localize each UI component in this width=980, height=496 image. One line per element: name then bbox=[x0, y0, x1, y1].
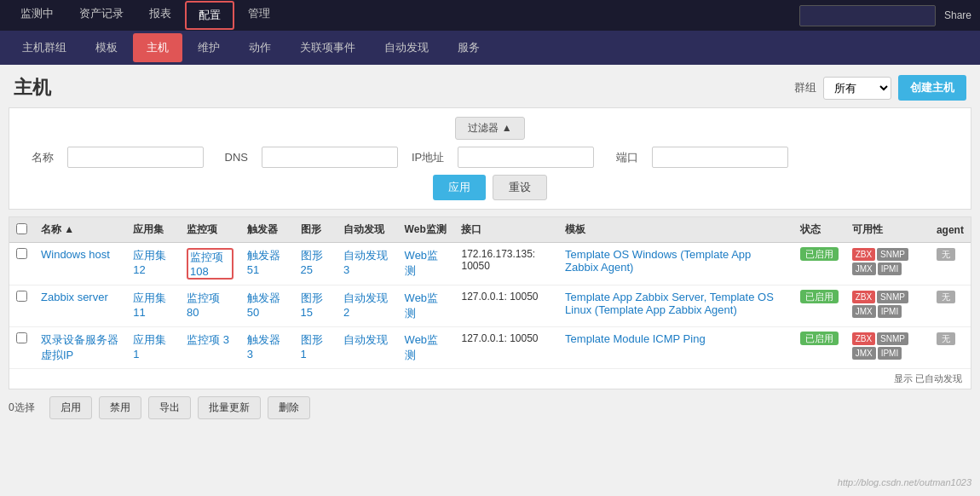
filter-port-label: 端口 bbox=[608, 150, 638, 165]
col-header-7: Web监测 bbox=[398, 217, 455, 243]
jmx-tag-0[interactable]: JMX bbox=[852, 262, 876, 275]
app-set-link-1[interactable]: 应用集 11 bbox=[133, 291, 166, 319]
group-label: 群组 bbox=[794, 80, 816, 95]
agent-status-0: 无 bbox=[937, 248, 955, 261]
sec-nav-item-2[interactable]: 主机 bbox=[133, 33, 182, 62]
col-header-3: 监控项 bbox=[180, 217, 240, 243]
trigger-link-0[interactable]: 触发器 51 bbox=[247, 249, 280, 276]
graph-link-0[interactable]: 图形 25 bbox=[301, 249, 323, 276]
top-nav-item-3[interactable]: 配置 bbox=[185, 1, 234, 30]
bottom-actions: 0选择 启用禁用导出批量更新删除 bbox=[0, 389, 980, 426]
filter-name-input[interactable] bbox=[67, 147, 204, 168]
ipmi-tag-0[interactable]: IPMI bbox=[878, 262, 902, 275]
top-nav-item-0[interactable]: 监测中 bbox=[9, 1, 66, 30]
top-nav-item-1[interactable]: 资产记录 bbox=[67, 1, 135, 30]
table-row: 双录设备服务器虚拟IP应用集 1监控项 3触发器 3图形 1自动发现Web监测1… bbox=[9, 327, 971, 369]
agent-status-2: 无 bbox=[937, 332, 955, 345]
group-select[interactable]: 所有 bbox=[823, 77, 891, 100]
auto-discover-link-1[interactable]: 自动发现 2 bbox=[343, 291, 388, 319]
filter-apply-button[interactable]: 应用 bbox=[433, 175, 486, 200]
col-header-8: 接口 bbox=[454, 217, 558, 243]
trigger-link-2[interactable]: 触发器 3 bbox=[247, 333, 280, 360]
web-monitor-link-1[interactable]: Web监测 bbox=[405, 291, 439, 320]
snmp-tag-1[interactable]: SNMP bbox=[877, 291, 908, 303]
selected-count: 0选择 bbox=[9, 401, 43, 415]
filter-dns-input[interactable] bbox=[262, 147, 398, 168]
col-header-9: 模板 bbox=[558, 217, 793, 243]
top-search-input[interactable] bbox=[799, 5, 936, 26]
sec-nav-item-6[interactable]: 自动发现 bbox=[371, 33, 442, 62]
sec-nav-item-3[interactable]: 维护 bbox=[184, 33, 233, 62]
filter-toggle-button[interactable]: 过滤器 ▲ bbox=[455, 117, 524, 140]
interface-cell-0: 172.16.173.135: 10050 bbox=[454, 243, 558, 285]
bottom-info: 显示 已自动发现 bbox=[9, 369, 971, 389]
action-btn-0[interactable]: 启用 bbox=[49, 396, 92, 419]
interface-cell-1: 127.0.0.1: 10050 bbox=[454, 285, 558, 327]
snmp-tag-2[interactable]: SNMP bbox=[877, 332, 908, 345]
jmx-tag-2[interactable]: JMX bbox=[852, 347, 876, 360]
row-checkbox-0[interactable] bbox=[16, 248, 27, 259]
sec-nav-item-7[interactable]: 服务 bbox=[444, 33, 493, 62]
table-body: Windows host应用集 12监控项 108触发器 51图形 25自动发现… bbox=[9, 243, 971, 369]
action-btn-4[interactable]: 删除 bbox=[268, 396, 310, 419]
host-link-2[interactable]: 双录设备服务器虚拟IP bbox=[41, 333, 118, 361]
sec-nav-item-4[interactable]: 动作 bbox=[235, 33, 285, 62]
create-host-button[interactable]: 创建主机 bbox=[898, 75, 966, 101]
col-header-0[interactable] bbox=[9, 217, 34, 243]
web-monitor-link-2[interactable]: Web监测 bbox=[405, 333, 439, 361]
tags-cell-0: ZBXSNMPJMXIPMI bbox=[852, 248, 923, 275]
col-header-2: 应用集 bbox=[126, 217, 180, 243]
col-header-10: 状态 bbox=[793, 217, 845, 243]
monitor-item-link-0[interactable]: 监控项 108 bbox=[190, 251, 223, 278]
auto-discover-link-0[interactable]: 自动发现 3 bbox=[343, 249, 388, 276]
top-nav-item-4[interactable]: 管理 bbox=[236, 1, 282, 30]
snmp-tag-0[interactable]: SNMP bbox=[877, 248, 908, 261]
trigger-link-1[interactable]: 触发器 50 bbox=[247, 291, 280, 319]
interface-cell-2: 127.0.0.1: 10050 bbox=[454, 327, 558, 369]
host-link-0[interactable]: Windows host bbox=[41, 248, 110, 261]
status-badge-0: 已启用 bbox=[800, 247, 839, 261]
template-link-2[interactable]: Template Module ICMP Ping bbox=[565, 332, 706, 345]
graph-link-2[interactable]: 图形 1 bbox=[301, 333, 323, 360]
template-link-1[interactable]: Template App Zabbix Server, Template OS … bbox=[565, 291, 774, 316]
app-set-link-0[interactable]: 应用集 12 bbox=[133, 249, 166, 276]
monitor-item-link-2[interactable]: 监控项 3 bbox=[187, 333, 229, 346]
graph-link-1[interactable]: 图形 15 bbox=[301, 291, 323, 319]
page-header: 主机 群组 所有 创建主机 bbox=[0, 65, 980, 107]
sec-nav-item-1[interactable]: 模板 bbox=[82, 33, 131, 62]
agent-status-1: 无 bbox=[937, 291, 955, 303]
zbx-tag-2[interactable]: ZBX bbox=[852, 332, 875, 345]
filter-ip-input[interactable] bbox=[458, 147, 594, 168]
ipmi-tag-1[interactable]: IPMI bbox=[878, 305, 902, 318]
top-nav-item-2[interactable]: 报表 bbox=[137, 1, 183, 30]
app-set-link-2[interactable]: 应用集 1 bbox=[133, 333, 166, 360]
page-header-right: 群组 所有 创建主机 bbox=[794, 75, 966, 101]
row-checkbox-2[interactable] bbox=[16, 332, 27, 343]
top-nav-right: Share bbox=[799, 5, 971, 26]
zbx-tag-1[interactable]: ZBX bbox=[852, 291, 875, 303]
filter-reset-button[interactable]: 重设 bbox=[493, 175, 547, 200]
col-header-11: 可用性 bbox=[845, 217, 930, 243]
action-btn-3[interactable]: 批量更新 bbox=[198, 396, 261, 419]
col-header-1[interactable]: 名称 ▲ bbox=[34, 217, 126, 243]
sec-nav-item-0[interactable]: 主机群组 bbox=[9, 33, 80, 62]
row-checkbox-1[interactable] bbox=[16, 291, 27, 302]
host-link-1[interactable]: Zabbix server bbox=[41, 291, 108, 303]
share-button[interactable]: Share bbox=[944, 9, 971, 21]
jmx-tag-1[interactable]: JMX bbox=[852, 305, 876, 318]
web-monitor-link-0[interactable]: Web监测 bbox=[405, 249, 439, 277]
action-btn-1[interactable]: 禁用 bbox=[99, 396, 141, 419]
table-header-row: 名称 ▲应用集监控项触发器图形自动发现Web监测接口模板状态可用性agent bbox=[9, 217, 971, 243]
sec-nav-item-5[interactable]: 关联项事件 bbox=[286, 33, 369, 62]
action-btn-2[interactable]: 导出 bbox=[148, 396, 191, 419]
col-header-12: agent bbox=[930, 217, 971, 243]
template-link-0[interactable]: Template OS Windows (Template App Zabbix… bbox=[565, 248, 751, 274]
ipmi-tag-2[interactable]: IPMI bbox=[878, 347, 902, 360]
filter-port-input[interactable] bbox=[652, 147, 788, 168]
zbx-tag-0[interactable]: ZBX bbox=[852, 248, 875, 261]
monitor-item-link-1[interactable]: 监控项 80 bbox=[187, 291, 220, 319]
col-header-6: 自动发现 bbox=[337, 217, 398, 243]
select-all-checkbox[interactable] bbox=[16, 223, 27, 234]
auto-discover-link-2[interactable]: 自动发现 bbox=[343, 333, 388, 346]
filter-bar: 过滤器 ▲ 名称 DNS IP地址 端口 应用 重设 bbox=[9, 107, 971, 210]
